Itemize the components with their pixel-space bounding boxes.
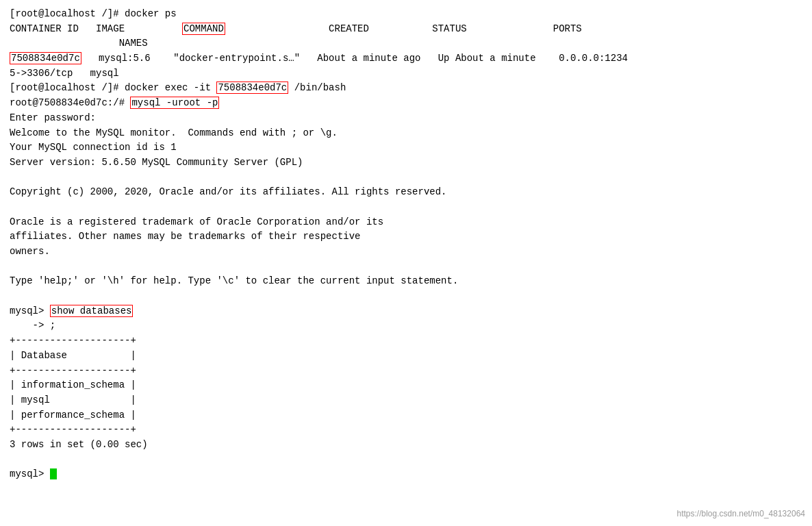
exec-container-id-highlight: 7508834e0d7c (216, 82, 288, 94)
watermark: https://blog.csdn.net/m0_48132064 (677, 508, 805, 521)
blank-line-5 (10, 453, 802, 468)
table-row-info-schema: | information_schema | (10, 378, 802, 393)
line-arrow-semicolon: -> ; (10, 318, 802, 334)
line-help-hint: Type 'help;' or '\h' for help. Type '\c'… (10, 274, 802, 289)
blank-line-3 (10, 260, 802, 275)
line-docker-ps: [root@localhost /]# docker ps (10, 7, 802, 22)
show-databases-highlight: show databases (50, 305, 134, 317)
line-docker-exec: [root@localhost /]# docker exec -it 7508… (10, 81, 802, 96)
line-header: CONTAINER ID IMAGE COMMAND CREATED STATU… (10, 22, 802, 37)
line-final-prompt: mysql> (10, 467, 802, 482)
terminal-cursor (50, 468, 57, 479)
line-container-row: 7508834e0d7c mysql:5.6 "docker-entrypoin… (10, 51, 802, 66)
terminal-window: [root@localhost /]# docker ps CONTAINER … (0, 0, 812, 526)
line-oracle-3: owners. (10, 245, 802, 260)
table-header: | Database | (10, 349, 802, 364)
blank-line-4 (10, 289, 802, 304)
line-enter-password: Enter password: (10, 111, 802, 126)
line-oracle-1: Oracle is a registered trademark of Orac… (10, 215, 802, 230)
mysql-cmd-highlight: mysql -uroot -p (130, 97, 219, 109)
line-welcome: Welcome to the MySQL monitor. Commands e… (10, 126, 802, 141)
blank-line-1 (10, 171, 802, 186)
table-row-perf-schema: | performance_schema | (10, 408, 802, 423)
table-row-mysql: | mysql | (10, 393, 802, 408)
line-oracle-2: affiliates. Other names may be trademark… (10, 229, 802, 245)
table-border-bottom: +--------------------+ (10, 423, 802, 438)
container-id-highlight: 7508834e0d7c (10, 52, 81, 64)
line-rows-in-set: 3 rows in set (0.00 sec) (10, 438, 802, 453)
command-highlight: COMMAND (182, 23, 225, 35)
blank-line-2 (10, 200, 802, 215)
line-server-version: Server version: 5.6.50 MySQL Community S… (10, 155, 802, 171)
line-ports-name: 5->3306/tcp mysql (10, 66, 802, 82)
line-mysql-cmd: root@7508834e0d7c:/# mysql -uroot -p (10, 96, 802, 111)
line-show-databases: mysql> show databases (10, 304, 802, 319)
line-names: NAMES (10, 36, 802, 51)
table-border-header: +--------------------+ (10, 364, 802, 379)
line-copyright: Copyright (c) 2000, 2020, Oracle and/or … (10, 185, 802, 200)
table-border-top: +--------------------+ (10, 334, 802, 349)
line-connection-id: Your MySQL connection id is 1 (10, 140, 802, 155)
